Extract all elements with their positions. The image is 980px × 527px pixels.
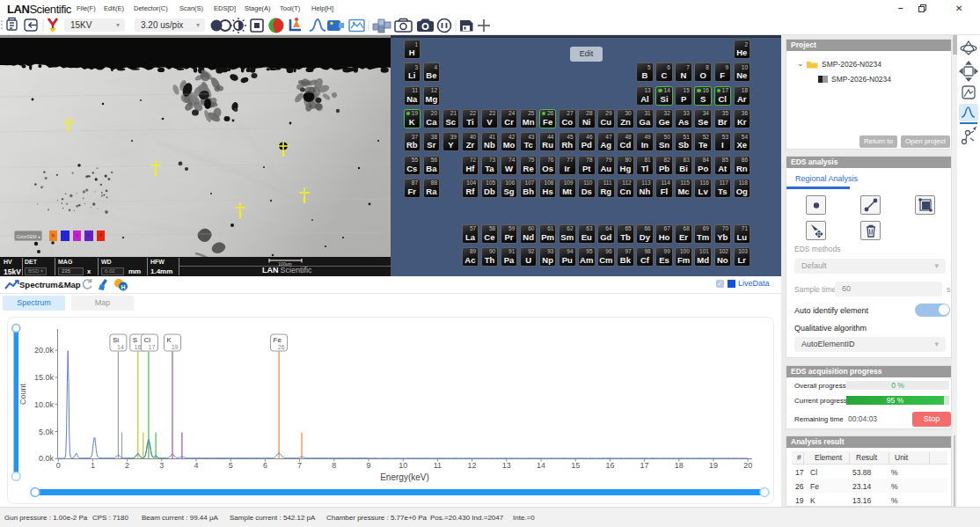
svg-text:H: H	[121, 284, 125, 290]
svg-text:Scientific: Scientific	[281, 266, 313, 274]
svg-text:LAN: LAN	[262, 266, 279, 274]
